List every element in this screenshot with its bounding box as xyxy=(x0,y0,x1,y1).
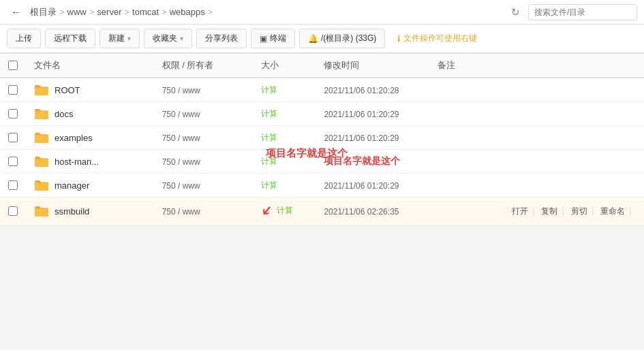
file-name[interactable]: ROOT xyxy=(55,85,80,95)
file-name[interactable]: examples xyxy=(55,133,93,143)
disk-label: /(根目录) (33G) xyxy=(321,33,376,44)
folder-icon xyxy=(34,131,49,144)
file-perm: 750 / www xyxy=(162,181,200,191)
file-perm: 750 / www xyxy=(162,207,200,217)
row-checkbox[interactable] xyxy=(8,206,18,216)
size-calc[interactable]: 计算 xyxy=(261,109,277,118)
breadcrumb-tomcat[interactable]: tomcat xyxy=(132,7,159,17)
file-name[interactable]: host-man... xyxy=(55,157,99,167)
table-row: ROOT 750 / www计算2021/11/06 01:20:28 xyxy=(0,78,644,102)
header-note: 备注 xyxy=(429,54,504,78)
file-time: 2021/11/06 02:26:35 xyxy=(324,207,399,217)
file-time: 2021/11/06 01:20:29 xyxy=(324,181,399,191)
table-row: manager 750 / www计算2021/11/06 01:20:29 xyxy=(0,174,644,197)
header-perm: 权限 / 所有者 xyxy=(154,54,253,78)
folder-icon xyxy=(34,205,49,217)
disk-icon: 🔔 xyxy=(308,34,318,44)
file-name[interactable]: docs xyxy=(55,109,73,119)
table-row: docs 750 / www计算2021/11/06 01:20:29 xyxy=(0,102,644,126)
file-name-cell: host-man... xyxy=(34,155,146,168)
file-name-cell: docs xyxy=(34,108,146,120)
bookmark-button[interactable]: 收藏夹 ▾ xyxy=(144,29,192,48)
back-button[interactable]: ← xyxy=(7,5,26,20)
file-time: 2021/11/06 01:20:28 xyxy=(324,86,399,95)
file-name-cell: examples xyxy=(34,131,146,144)
table-row: host-man... 750 / www计算项目名字就是这个 xyxy=(0,150,644,174)
new-label: 新建 xyxy=(108,33,125,44)
breadcrumb-sep-4: > xyxy=(208,7,213,17)
refresh-button[interactable]: ↻ xyxy=(507,5,524,20)
action-open[interactable]: 打开 xyxy=(512,206,528,216)
file-perm: 750 / www xyxy=(162,157,200,167)
row-checkbox[interactable] xyxy=(8,109,18,118)
file-table: 文件名 权限 / 所有者 大小 修改时间 备注 ROOT 750 / www计算… xyxy=(0,53,644,225)
breadcrumb-server[interactable]: server xyxy=(97,7,121,17)
row-checkbox[interactable] xyxy=(8,85,18,95)
size-calc[interactable]: 计算 xyxy=(261,85,277,95)
breadcrumb-webapps[interactable]: webapps xyxy=(170,7,205,17)
bookmark-label: 收藏夹 xyxy=(153,33,177,44)
breadcrumb-www[interactable]: www xyxy=(67,7,87,17)
red-arrow-icon: ➔ xyxy=(256,202,276,221)
file-ops-hint: ℹ 文件操作可使用右键 xyxy=(397,33,477,44)
terminal-label: 终端 xyxy=(270,33,286,44)
share-label: 分享列表 xyxy=(205,33,238,44)
remote-download-label: 远程下载 xyxy=(54,33,87,44)
header-check xyxy=(0,54,26,78)
size-calc[interactable]: 计算 xyxy=(261,157,277,166)
file-time: 2021/11/06 01:20:29 xyxy=(324,110,399,119)
action-cut[interactable]: 剪切 xyxy=(571,206,587,216)
breadcrumb-path: 根目录 > www > server > tomcat > webapps > xyxy=(30,6,503,18)
row-checkbox[interactable] xyxy=(8,157,18,166)
header-time: 修改时间 xyxy=(316,54,429,78)
breadcrumb-bar: ← 根目录 > www > server > tomcat > webapps … xyxy=(0,0,644,25)
row-checkbox[interactable] xyxy=(8,180,18,190)
share-button[interactable]: 分享列表 xyxy=(196,29,247,48)
folder-icon xyxy=(34,155,49,168)
new-arrow-icon: ▾ xyxy=(127,35,131,42)
breadcrumb-sep-3: > xyxy=(162,7,167,17)
header-size: 大小 xyxy=(253,54,316,78)
breadcrumb-root[interactable]: 根目录 xyxy=(30,6,57,18)
remote-download-button[interactable]: 远程下载 xyxy=(45,29,95,48)
file-name-cell: ssmbuild xyxy=(34,205,146,217)
breadcrumb-sep-2: > xyxy=(124,7,129,17)
size-calc[interactable]: 计算 xyxy=(277,206,293,215)
file-name-cell: manager xyxy=(34,179,146,191)
size-calc[interactable]: 计算 xyxy=(261,180,277,190)
file-name[interactable]: ssmbuild xyxy=(55,206,89,217)
upload-button[interactable]: 上传 xyxy=(7,29,41,48)
search-input[interactable] xyxy=(528,4,637,20)
warning-icon: ℹ xyxy=(397,34,401,44)
action-rename[interactable]: 重命名 xyxy=(600,206,625,216)
header-filename: 文件名 xyxy=(26,54,154,78)
new-button[interactable]: 新建 ▾ xyxy=(99,29,140,48)
table-header-row: 文件名 权限 / 所有者 大小 修改时间 备注 xyxy=(0,54,644,78)
file-actions: 打开｜ 复制｜ 剪切｜ 重命名｜ xyxy=(512,206,636,216)
table-row: examples 750 / www计算2021/11/06 01:20:29 xyxy=(0,126,644,150)
folder-icon xyxy=(34,84,49,96)
toolbar: 上传 远程下载 新建 ▾ 收藏夹 ▾ 分享列表 ▣ 终端 🔔 /(根目录) (3… xyxy=(0,25,644,53)
header-actions xyxy=(504,54,644,78)
terminal-icon: ▣ xyxy=(260,34,267,44)
file-time: 2021/11/06 01:20:29 xyxy=(324,133,399,143)
disk-button[interactable]: 🔔 /(根目录) (33G) xyxy=(299,29,385,48)
terminal-button[interactable]: ▣ 终端 xyxy=(251,29,295,48)
row-checkbox[interactable] xyxy=(8,133,18,142)
select-all-checkbox[interactable] xyxy=(8,61,18,70)
size-calc[interactable]: 计算 xyxy=(261,133,277,142)
folder-icon xyxy=(34,108,49,120)
file-ops-label: 文件操作可使用右键 xyxy=(403,33,477,44)
breadcrumb-sep-1: > xyxy=(89,7,95,17)
file-name[interactable]: manager xyxy=(55,180,89,191)
breadcrumb-sep-0: > xyxy=(59,7,65,17)
folder-icon xyxy=(34,179,49,191)
file-perm: 750 / www xyxy=(162,133,200,143)
file-perm: 750 / www xyxy=(162,86,200,95)
file-perm: 750 / www xyxy=(162,110,200,119)
upload-label: 上传 xyxy=(16,33,32,44)
annotation-label: 项目名字就是这个 xyxy=(324,155,400,166)
table-row: ssmbuild 750 / www➔计算2021/11/06 02:26:35… xyxy=(0,197,644,225)
bookmark-arrow-icon: ▾ xyxy=(180,35,183,42)
action-copy[interactable]: 复制 xyxy=(541,206,557,216)
